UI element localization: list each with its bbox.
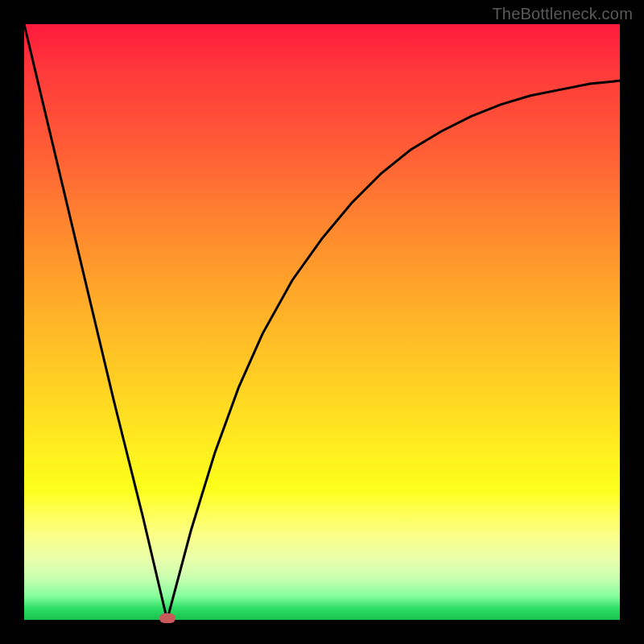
curve-left-branch — [24, 24, 167, 620]
curve-layer — [24, 24, 620, 620]
minimum-marker — [159, 613, 175, 623]
plot-area — [24, 24, 620, 620]
chart-frame: TheBottleneck.com — [0, 0, 644, 644]
curve-right-branch — [167, 80, 620, 620]
watermark-text: TheBottleneck.com — [492, 5, 633, 23]
